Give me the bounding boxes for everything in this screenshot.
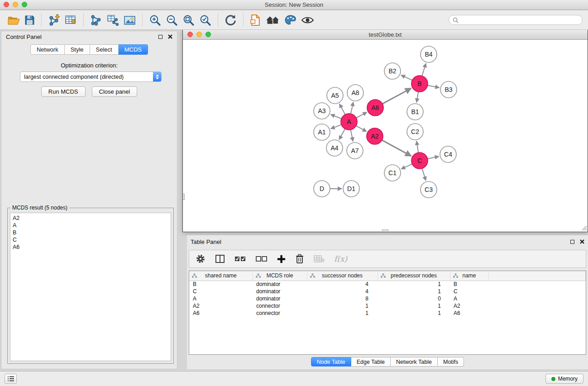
control-tab-style[interactable]: Style	[65, 44, 90, 55]
table-tab-motifs[interactable]: Motifs	[438, 357, 464, 367]
result-item[interactable]: A	[13, 222, 168, 229]
table-settings-button[interactable]	[196, 254, 206, 264]
result-item[interactable]: A6	[13, 243, 168, 251]
graph-node-D1[interactable]: D1	[343, 181, 359, 197]
optimization-criterion-select[interactable]: largest connected component (directed)	[20, 71, 162, 82]
float-panel-icon[interactable]	[158, 35, 163, 39]
zoom-window-button[interactable]	[22, 2, 27, 7]
splitter-handle[interactable]	[382, 229, 388, 231]
table-row[interactable]: A2connector11A2	[189, 302, 586, 310]
graph-node-B1[interactable]: B1	[407, 104, 423, 120]
memory-button[interactable]: Memory	[545, 374, 583, 384]
mcds-result-list[interactable]: A2ABCA6	[10, 213, 171, 361]
table-row[interactable]: A6connector11A6	[189, 310, 586, 317]
graph-edge[interactable]	[356, 112, 367, 118]
run-mcds-button[interactable]: Run MCDS	[41, 86, 86, 97]
column-header-mcds-role[interactable]: MCDS role	[253, 271, 307, 281]
export-network-button[interactable]	[88, 13, 105, 27]
import-network-button[interactable]	[46, 13, 62, 27]
close-window-button[interactable]	[4, 2, 9, 7]
close-panel-icon[interactable]	[168, 34, 172, 39]
graph-edge[interactable]	[416, 141, 418, 153]
graph-node-A4[interactable]: A4	[326, 140, 343, 156]
graph-edge[interactable]	[422, 63, 426, 76]
graph-edge[interactable]	[331, 124, 342, 129]
graph-edge[interactable]	[356, 126, 367, 132]
graph-edge[interactable]	[428, 86, 440, 88]
graph-edge[interactable]	[401, 75, 412, 81]
graph-node-C[interactable]: C	[411, 152, 428, 169]
control-tab-mcds[interactable]: MCDS	[119, 44, 148, 55]
graph-edge[interactable]	[401, 164, 412, 169]
table-row[interactable]: Cdominator41C	[189, 288, 586, 295]
paste-document-button[interactable]	[248, 13, 263, 27]
zoom-in-button[interactable]	[147, 13, 163, 27]
column-header-shared-name[interactable]: shared name	[189, 271, 253, 281]
show-columns-button[interactable]	[215, 254, 225, 263]
column-header-predecessor-nodes[interactable]: predecessor nodes	[378, 271, 450, 281]
minimize-network-window-button[interactable]	[196, 32, 202, 37]
network-canvas[interactable]: B4B2BB3A5A8A6B1A3AC2A1A2A4A7C4CC1C3DD1	[183, 40, 588, 231]
eye-button[interactable]	[299, 14, 316, 26]
zoom-out-button[interactable]	[163, 13, 180, 27]
minimize-window-button[interactable]	[13, 2, 18, 7]
graph-edge[interactable]	[351, 102, 354, 114]
result-item[interactable]: B	[13, 229, 168, 236]
zoom-selected-button[interactable]	[197, 13, 214, 27]
graph-edge[interactable]	[382, 140, 411, 156]
graph-node-B2[interactable]: B2	[384, 63, 401, 79]
graph-edge[interactable]	[331, 114, 342, 119]
table-tab-edge-table[interactable]: Edge Table	[351, 357, 391, 367]
export-image-button[interactable]	[121, 14, 138, 27]
graph-node-A2[interactable]: A2	[367, 128, 383, 144]
table-tab-node-table[interactable]: Node Table	[311, 357, 351, 367]
search-box[interactable]	[449, 15, 583, 25]
graph-edge[interactable]	[339, 104, 345, 115]
network-graph[interactable]: B4B2BB3A5A8A6B1A3AC2A1A2A4A7C4CC1C3DD1	[183, 40, 588, 231]
task-history-button[interactable]	[5, 374, 17, 384]
control-tab-select[interactable]: Select	[90, 44, 119, 55]
splitter-handle[interactable]	[183, 194, 185, 200]
graph-node-A7[interactable]: A7	[347, 143, 363, 159]
graph-node-A[interactable]: A	[341, 114, 357, 130]
deselect-all-button[interactable]	[256, 255, 268, 263]
graph-node-C2[interactable]: C2	[407, 124, 423, 140]
result-item[interactable]: C	[13, 236, 168, 243]
zoom-fit-button[interactable]	[180, 13, 197, 27]
graph-node-C1[interactable]: C1	[384, 165, 401, 181]
refresh-button[interactable]	[222, 13, 239, 27]
network-window-titlebar[interactable]: testGlobe.txt	[183, 30, 588, 40]
add-column-button[interactable]	[277, 255, 286, 263]
zoom-network-window-button[interactable]	[206, 32, 211, 37]
column-header-name[interactable]: name	[450, 271, 488, 281]
graph-edge[interactable]	[382, 88, 411, 104]
delete-column-button[interactable]	[295, 254, 304, 264]
import-table-button[interactable]	[62, 13, 79, 27]
graph-node-C4[interactable]: C4	[440, 146, 456, 162]
table-tab-network-table[interactable]: Network Table	[391, 357, 438, 367]
result-item[interactable]: A2	[13, 214, 168, 222]
graph-edge[interactable]	[339, 129, 345, 140]
select-all-button[interactable]	[234, 255, 246, 263]
graph-edge[interactable]	[416, 92, 418, 103]
new-network-table-button[interactable]	[105, 13, 121, 27]
graph-node-B4[interactable]: B4	[421, 46, 437, 62]
close-table-panel-icon[interactable]	[580, 239, 584, 244]
graph-node-A6[interactable]: A6	[367, 100, 383, 116]
graph-node-B3[interactable]: B3	[440, 81, 457, 98]
control-tab-network[interactable]: Network	[30, 44, 65, 55]
close-network-window-button[interactable]	[187, 32, 193, 37]
graph-node-B[interactable]: B	[411, 76, 428, 92]
save-session-button[interactable]	[22, 14, 37, 26]
close-panel-button[interactable]: Close panel	[92, 86, 138, 97]
table-row[interactable]: Bdominator41B	[189, 281, 586, 288]
open-session-button[interactable]	[5, 14, 22, 26]
graph-edge[interactable]	[351, 130, 353, 142]
graph-node-C3[interactable]: C3	[421, 181, 437, 198]
graph-edge[interactable]	[428, 157, 439, 159]
graph-edge[interactable]	[422, 168, 425, 181]
home-button[interactable]	[263, 14, 282, 27]
graph-node-A8[interactable]: A8	[347, 85, 363, 101]
search-input[interactable]	[461, 17, 578, 23]
graph-node-A3[interactable]: A3	[314, 103, 330, 119]
